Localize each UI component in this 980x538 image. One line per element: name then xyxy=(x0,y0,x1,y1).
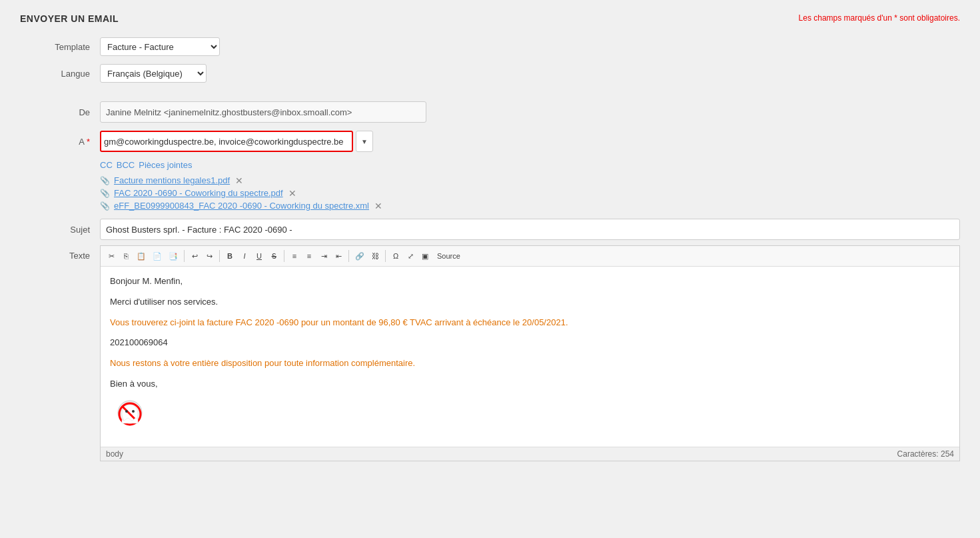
bcc-button[interactable]: BCC xyxy=(117,160,135,170)
remove-attachment-2[interactable]: ✕ xyxy=(287,189,298,198)
attachment-icon: 📎 xyxy=(100,176,110,185)
toolbar-unordered-list[interactable]: ≡ xyxy=(302,249,316,263)
pieces-jointes-button[interactable]: Pièces jointes xyxy=(139,160,192,170)
texte-label: Texte xyxy=(20,245,100,261)
cc-bcc-row: CC BCC Pièces jointes xyxy=(100,160,960,170)
toolbar-italic[interactable]: I xyxy=(238,249,251,263)
toolbar-copy[interactable]: ⎘ xyxy=(119,249,133,263)
langue-select[interactable]: Français (Belgique) xyxy=(100,64,207,83)
attachment-link-2[interactable]: FAC 2020 -0690 - Coworking du spectre.pd… xyxy=(114,188,283,198)
toolbar-sep-5 xyxy=(385,250,386,262)
toolbar-paste-text[interactable]: 📄 xyxy=(150,249,165,263)
editor-reference: 202100069064 xyxy=(110,336,950,350)
toolbar-sep-2 xyxy=(219,250,220,262)
toolbar-undo[interactable]: ↩ xyxy=(188,249,201,263)
sujet-row: Sujet xyxy=(20,219,960,240)
de-input[interactable] xyxy=(100,101,426,123)
editor-container: ✂ ⎘ 📋 📄 📑 ↩ ↪ B I U S̶ ≡ ≡ ⇥ ⇤ 🔗 xyxy=(100,245,960,461)
toolbar-link[interactable]: 🔗 xyxy=(352,249,367,263)
toolbar-underline[interactable]: U xyxy=(252,249,266,263)
required-note: Les champs marqués d'un * sont obligatoi… xyxy=(799,13,960,23)
editor-footer: body Caractères: 254 xyxy=(101,447,959,461)
toolbar-paste-word[interactable]: 📑 xyxy=(166,249,181,263)
toolbar-ordered-list[interactable]: ≡ xyxy=(288,249,301,263)
toolbar-bold[interactable]: B xyxy=(223,249,237,263)
footer-chars: Caractères: 254 xyxy=(897,449,954,459)
texte-row: Texte ✂ ⎘ 📋 📄 📑 ↩ ↪ B I U S̶ ≡ ≡ ⇥ xyxy=(20,245,960,461)
a-dropdown-button[interactable]: ▼ xyxy=(356,131,373,152)
a-label: A xyxy=(20,137,100,147)
toolbar-sep-1 xyxy=(184,250,185,262)
template-label: Template xyxy=(20,42,100,52)
sujet-label: Sujet xyxy=(20,225,100,235)
required-star: * xyxy=(894,13,897,23)
svg-point-5 xyxy=(132,410,135,413)
toolbar-paste[interactable]: 📋 xyxy=(134,249,149,263)
svg-point-4 xyxy=(125,410,128,413)
a-input-box[interactable] xyxy=(100,131,353,152)
langue-label: Langue xyxy=(20,69,100,79)
toolbar-source[interactable]: Source xyxy=(433,249,464,263)
attachment-link-3[interactable]: eFF_BE0999900843_FAC 2020 -0690 - Cowork… xyxy=(114,201,369,211)
toolbar-special-char[interactable]: Ω xyxy=(389,249,402,263)
editor-content[interactable]: Bonjour M. Menfin, Merci d'utiliser nos … xyxy=(101,267,959,447)
toolbar-indent[interactable]: ⇥ xyxy=(317,249,330,263)
editor-closing: Bien à vous, xyxy=(110,377,950,391)
template-row: Template Facture - Facture xyxy=(20,37,960,56)
ghostbusters-logo-area xyxy=(110,398,950,439)
de-row: De xyxy=(20,101,960,123)
list-item: 📎 Facture mentions legales1.pdf ✕ xyxy=(100,175,960,185)
de-label: De xyxy=(20,107,100,117)
toolbar-strikethrough[interactable]: S̶ xyxy=(267,249,280,263)
toolbar-outdent[interactable]: ⇤ xyxy=(332,249,345,263)
footer-tag: body xyxy=(106,449,123,459)
page-title: ENVOYER UN EMAIL xyxy=(20,13,119,24)
editor-disposition: Nous restons à votre entière disposition… xyxy=(110,357,950,371)
attachment-icon: 📎 xyxy=(100,189,110,198)
editor-invoice-text: Vous trouverez ci-joint la facture FAC 2… xyxy=(110,316,950,330)
sujet-input[interactable] xyxy=(100,219,960,240)
toolbar-cut[interactable]: ✂ xyxy=(105,249,118,263)
toolbar-sep-4 xyxy=(348,250,349,262)
list-item: 📎 eFF_BE0999900843_FAC 2020 -0690 - Cowo… xyxy=(100,201,960,211)
a-row: A ▼ xyxy=(20,131,960,152)
list-item: 📎 FAC 2020 -0690 - Coworking du spectre.… xyxy=(100,188,960,198)
langue-row: Langue Français (Belgique) xyxy=(20,64,960,83)
template-select[interactable]: Facture - Facture xyxy=(100,37,220,56)
editor-greeting: Bonjour M. Menfin, xyxy=(110,275,950,289)
attachments-section: 📎 Facture mentions legales1.pdf ✕ 📎 FAC … xyxy=(100,175,960,211)
remove-attachment-1[interactable]: ✕ xyxy=(234,176,245,185)
remove-attachment-3[interactable]: ✕ xyxy=(373,201,384,211)
attachment-link-1[interactable]: Facture mentions legales1.pdf xyxy=(114,175,230,185)
editor-toolbar: ✂ ⎘ 📋 📄 📑 ↩ ↪ B I U S̶ ≡ ≡ ⇥ ⇤ 🔗 xyxy=(101,246,959,267)
editor-thanks: Merci d'utiliser nos services. xyxy=(110,295,950,309)
cc-button[interactable]: CC xyxy=(100,160,113,170)
toolbar-image[interactable]: ▣ xyxy=(418,249,432,263)
toolbar-maximize[interactable]: ⤢ xyxy=(404,249,417,263)
toolbar-redo[interactable]: ↪ xyxy=(203,249,216,263)
a-input[interactable] xyxy=(104,137,349,147)
toolbar-sep-3 xyxy=(284,250,284,262)
toolbar-unlink[interactable]: ⛓ xyxy=(368,249,382,263)
ghostbusters-logo-svg xyxy=(110,398,150,435)
attachment-icon: 📎 xyxy=(100,201,110,211)
